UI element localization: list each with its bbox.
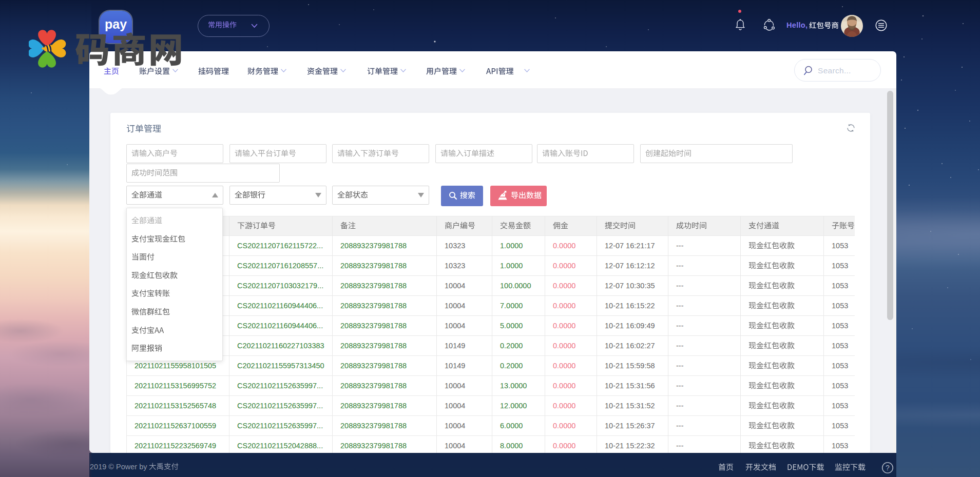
svg-text:?: ? — [886, 464, 890, 472]
